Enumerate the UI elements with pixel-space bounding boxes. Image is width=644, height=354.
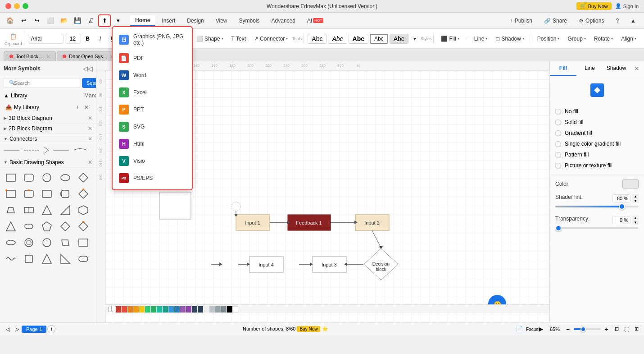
buy-now-small-btn[interactable]: Buy Now — [297, 326, 320, 332]
shape-stadium[interactable] — [76, 252, 91, 266]
close-my-library-btn[interactable]: ✕ — [82, 103, 91, 111]
transparency-down-btn[interactable]: ▼ — [632, 220, 639, 225]
new-doc-btn[interactable]: ⬜ — [44, 14, 57, 27]
style-more-btn[interactable]: ▾ — [410, 34, 420, 44]
export-pdf-item[interactable]: 📄 PDF — [113, 50, 192, 67]
shape-wave[interactable] — [4, 252, 18, 266]
shape-btn[interactable]: ⬜ Shape ▾ — [193, 34, 227, 44]
shape-oval[interactable] — [58, 170, 73, 185]
publish-btn[interactable]: ↑ Publish — [506, 16, 537, 25]
section-2d-block[interactable]: ▶ 2D Block Diagram ✕ — [0, 124, 96, 134]
zoom-in-btn[interactable]: + — [603, 325, 611, 333]
line-btn[interactable]: — Line ▾ — [464, 34, 491, 44]
search-btn[interactable]: Search — [82, 78, 96, 88]
panel-tab-line[interactable]: Line — [576, 61, 603, 76]
section-basic-shapes[interactable]: ▼ Basic Drawing Shapes ✕ — [0, 157, 96, 168]
shape-diamond3[interactable] — [58, 219, 73, 234]
shape-scroll[interactable] — [58, 187, 73, 201]
focus-btn[interactable]: Focus — [526, 325, 534, 333]
share-btn[interactable]: 🔗 Share — [540, 16, 571, 25]
transparency-up-btn[interactable]: ▲ — [632, 216, 639, 220]
collapse-btn[interactable]: ▲ — [626, 16, 640, 25]
shape-rtri2[interactable] — [58, 252, 73, 266]
color-swatch[interactable] — [192, 306, 197, 313]
font-size-input[interactable] — [65, 34, 81, 44]
export-excel-item[interactable]: X Excel — [113, 84, 192, 101]
undo-btn[interactable]: ↩ — [17, 14, 30, 27]
color-swatch[interactable] — [116, 306, 121, 313]
color-swatch[interactable] — [163, 306, 168, 313]
sign-in-button[interactable]: 👤 Sign In — [615, 3, 639, 9]
save-btn[interactable]: 💾 — [71, 14, 84, 27]
minimize-window-btn[interactable] — [14, 3, 20, 9]
tab-tool-block[interactable]: Tool Block ... ✕ — [4, 51, 56, 61]
shape-rhombus[interactable] — [76, 219, 91, 234]
tab-advanced[interactable]: Advanced — [266, 16, 301, 26]
color-swatch[interactable] — [209, 306, 215, 313]
close-conn-btn[interactable]: ✕ — [88, 136, 92, 142]
options-btn[interactable]: ⚙ Options — [574, 16, 608, 25]
fill-option-texture[interactable]: Picture or texture fill — [555, 160, 639, 171]
fill-color-btn[interactable] — [590, 83, 604, 97]
panel-tab-fill[interactable]: Fill — [550, 61, 576, 76]
close-3d-btn[interactable]: ✕ — [88, 115, 92, 121]
color-swatch[interactable] — [233, 306, 238, 313]
color-swatch[interactable] — [168, 306, 174, 313]
help-btn[interactable]: ? — [611, 16, 623, 25]
shape-rect2[interactable] — [4, 187, 18, 201]
font-name-input[interactable] — [28, 34, 64, 44]
color-picker-swatch[interactable] — [622, 179, 639, 188]
close-2d-btn[interactable]: ✕ — [88, 125, 92, 132]
fill-option-solid[interactable]: Solid fill — [555, 117, 639, 128]
color-swatch[interactable] — [227, 306, 232, 313]
shade-slider-thumb[interactable] — [619, 203, 625, 210]
style-sample-5[interactable]: Abc — [390, 34, 408, 44]
color-swatch[interactable] — [198, 306, 203, 313]
italic-btn[interactable]: I — [95, 33, 106, 45]
tab-door-open[interactable]: Door Open Sys... ✕ — [57, 51, 119, 61]
shape-pentagon[interactable] — [40, 219, 54, 234]
color-swatch[interactable] — [127, 306, 133, 313]
transparency-slider-track[interactable] — [555, 227, 639, 229]
shape-hexagon[interactable] — [76, 203, 91, 217]
rotate-btn[interactable]: Rotate ▾ — [590, 34, 617, 44]
section-3d-block[interactable]: ▶ 3D Block Diagram ✕ — [0, 113, 96, 124]
zoom-out-btn[interactable]: − — [564, 325, 572, 333]
shade-slider-track[interactable] — [555, 206, 639, 207]
manage-library-btn[interactable]: Manage — [84, 92, 92, 100]
text-btn[interactable]: T Text — [228, 34, 249, 44]
export-svg-item[interactable]: S SVG — [113, 118, 192, 135]
color-swatch[interactable] — [139, 306, 145, 313]
color-swatch[interactable] — [215, 306, 221, 313]
shape-rect-round2[interactable] — [22, 187, 36, 201]
tab-home[interactable]: Home — [130, 15, 155, 26]
print-btn[interactable]: 🖨 — [85, 14, 97, 27]
sidebar-collapse-btn[interactable]: ◁◁ — [83, 64, 92, 73]
add-page-btn[interactable]: + — [47, 325, 55, 333]
shadow-btn[interactable]: ◻ Shadow ▾ — [492, 34, 527, 44]
bold-btn[interactable]: B — [82, 33, 94, 45]
export-html-item[interactable]: H Html — [113, 135, 192, 152]
fill-btn[interactable]: ⬛ Fill ▾ — [437, 34, 463, 44]
tab-close-1[interactable]: ✕ — [46, 54, 50, 59]
home-icon-btn[interactable]: 🏠 — [4, 14, 16, 27]
export-ppt-item[interactable]: P PPT — [113, 101, 192, 118]
current-page-tab[interactable]: Page-1 — [22, 326, 46, 333]
shape-parallelogram[interactable] — [58, 235, 73, 250]
connector-btn[interactable]: ↗ Connector ▾ — [250, 34, 291, 44]
style-sample-3[interactable]: Abc — [349, 34, 368, 44]
transparency-slider-thumb[interactable] — [555, 225, 562, 231]
maximize-window-btn[interactable] — [23, 3, 28, 9]
transparency-input[interactable] — [612, 216, 630, 224]
shape-rounded-rect[interactable] — [22, 219, 36, 234]
color-swatch[interactable] — [180, 306, 186, 313]
style-sample-1[interactable]: Abc — [308, 34, 327, 44]
more-view-btn[interactable]: ⊞ — [632, 325, 640, 333]
tab-ai[interactable]: AI HOT — [302, 16, 329, 26]
shape-rect6[interactable] — [22, 252, 36, 266]
play-btn[interactable]: ▶ — [537, 325, 545, 333]
shape-triangle[interactable] — [40, 203, 54, 217]
add-my-library-btn[interactable]: + — [73, 103, 82, 111]
clipboard-btn[interactable]: 📋 — [6, 32, 20, 41]
color-swatch[interactable] — [186, 306, 191, 313]
